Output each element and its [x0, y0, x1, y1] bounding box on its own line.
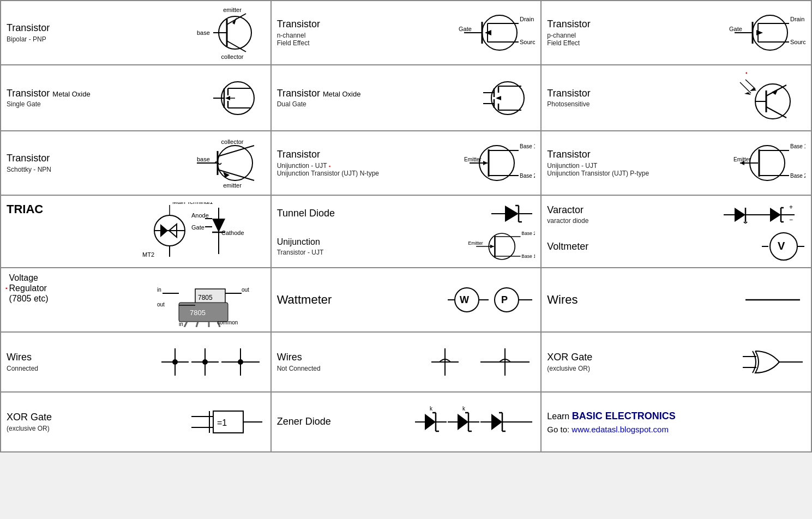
subtitle-schottky-npn: Schottky - NPN [7, 166, 51, 173]
title-bipolar-pnp: Transistor [7, 22, 50, 34]
svg-text:collector: collector [221, 138, 243, 145]
cell-wires: Wires [542, 268, 812, 333]
svg-text:Emitter: Emitter [468, 240, 483, 246]
cell-voltage-regulator: ▪ VoltageRegulator(7805 etc) 7805 7805 [1, 268, 272, 333]
cell-text-triac: TRIAC [7, 202, 43, 216]
subtitle-varactor: varactor diode [547, 217, 588, 225]
symbol-schottky-npn: collector base emitter [194, 136, 265, 190]
learn-text: Learn BASIC ELECTRONICS Go to: www.edata… [547, 411, 675, 434]
cell-text-wires-connected: Wires Connected [7, 352, 38, 372]
svg-text:collector: collector [221, 53, 243, 60]
cell-wires-connected: Wires Connected [1, 333, 272, 393]
svg-marker-122 [770, 208, 781, 222]
svg-text:in: in [179, 321, 183, 327]
title-wattmeter: Wattmeter [277, 293, 332, 307]
symbol-zener-diode: k k [415, 403, 535, 441]
svg-text:+: + [789, 203, 793, 211]
learn-link[interactable]: www.edatasl.blogspot.com [569, 425, 669, 434]
title-wires-connected: Wires [7, 352, 38, 364]
title-schottky-npn: Transistor [7, 153, 51, 165]
svg-text:in: in [157, 287, 161, 293]
symbol-wires-connected [156, 343, 265, 381]
cell-pchannel-fet: Transistor p-channelField Effect Drain S… [542, 1, 812, 65]
svg-text:Emitter: Emitter [733, 156, 751, 162]
title-ujt-bottom: Unijunction [277, 237, 332, 247]
svg-text:Base 2: Base 2 [790, 173, 805, 179]
svg-text:out: out [242, 287, 249, 293]
cell-text-zener-diode: Zener Diode [277, 416, 331, 428]
symbol-voltage-regulator: 7805 7805 in out out common in [157, 273, 266, 327]
symbol-xor-gate-1 [740, 343, 805, 381]
subtitle-ujt-ntype: Unijunction - UJT ▪Unijunction Transisto… [277, 162, 379, 177]
svg-text:7805: 7805 [190, 309, 206, 317]
svg-text:Drain: Drain [790, 16, 804, 22]
cell-text-wires: Wires [547, 293, 578, 307]
subtitle-mos-dual: Dual Gate [277, 100, 361, 108]
svg-text:Gate: Gate [729, 26, 742, 32]
svg-text:base: base [197, 156, 210, 162]
cell-text-wires-not-connected: Wires Not Connected [277, 352, 321, 372]
cell-text-pchannel-fet: Transistor p-channelField Effect [547, 19, 590, 47]
subtitle-wires-not-connected: Not Connected [277, 365, 321, 372]
cell-text-mos-dual: Transistor Metal Oxide Dual Gate [277, 88, 361, 108]
svg-text:Gate: Gate [459, 26, 472, 32]
title-ujt-ntype: Transistor [277, 149, 379, 161]
svg-text:k: k [462, 406, 466, 412]
subtitle-wires-connected: Connected [7, 365, 38, 372]
learn-bold: BASIC ELECTRONICS [572, 411, 676, 421]
title-mos-dual: Transistor Metal Oxide [277, 88, 361, 100]
svg-text:emitter: emitter [223, 7, 242, 13]
symbol-ujt-ptype: Emitter Base 1 Base 2 [724, 138, 805, 188]
svg-text:W: W [460, 294, 469, 305]
svg-marker-53 [772, 89, 778, 95]
title-voltage-regulator: VoltageRegulator(7805 etc) [9, 273, 49, 304]
subtitle-photosensitive: Photosensitive [547, 100, 590, 108]
cell-mos-dual: Transistor Metal Oxide Dual Gate [272, 65, 542, 131]
subtitle-pchannel-fet: p-channelField Effect [547, 32, 590, 47]
symbol-wires [740, 292, 805, 308]
svg-line-56 [745, 80, 755, 89]
symbol-photosensitive: ▪ [735, 70, 805, 126]
symbol-pchannel-fet: Drain Source Gate [729, 8, 805, 57]
learn-line1: Learn BASIC ELECTRONICS [547, 411, 675, 422]
cell-learn: Learn BASIC ELECTRONICS Go to: www.edata… [542, 393, 812, 452]
svg-text:P: P [501, 294, 508, 305]
cell-nchannel-fet: Transistor n-channelField Effect Drain S… [272, 1, 542, 65]
svg-marker-57 [750, 88, 756, 91]
cell-text-ujt-ptype: Transistor Unijunction - UJTUnijunction … [547, 149, 649, 177]
cell-schottky-npn: Transistor Schottky - NPN collector base… [1, 131, 272, 196]
cell-photosensitive: Transistor Photosensitive ▪ [542, 65, 812, 131]
cell-ujt-ntype: Transistor Unijunction - UJT ▪Unijunctio… [272, 131, 542, 196]
symbol-ujt-ntype: Emitter Base 1 Base 2 [453, 138, 535, 188]
svg-marker-103 [505, 206, 519, 222]
cell-tunnel-diode: Tunnel Diode Unijunction Transistor - UJ… [272, 196, 542, 268]
svg-marker-196 [491, 414, 502, 430]
svg-text:k: k [430, 406, 433, 412]
svg-text:Main Terminal1: Main Terminal1 [172, 202, 213, 205]
title-voltmeter: Voltmeter [547, 241, 588, 253]
svg-marker-25 [756, 30, 763, 35]
cell-text-xor-gate-1: XOR Gate (exclusive OR) [547, 352, 592, 372]
svg-marker-111 [490, 245, 494, 249]
symbol-triac: MT2 Main Terminal1 [140, 202, 265, 260]
svg-text:common: common [217, 319, 238, 325]
cell-xor-gate-box: XOR Gate (exclusive OR) =1 [1, 393, 272, 452]
svg-text:out: out [157, 301, 165, 307]
subtitle-mos-single: Single Gate [7, 100, 91, 108]
cell-zener-diode: Zener Diode k k [272, 393, 542, 452]
svg-text:Base 1: Base 1 [790, 143, 805, 149]
symbol-mos-dual [480, 76, 535, 120]
title-triac: TRIAC [7, 202, 43, 216]
title-pchannel-fet: Transistor [547, 19, 590, 31]
svg-point-162 [202, 359, 208, 365]
title-tunnel-diode: Tunnel Diode [277, 208, 335, 220]
svg-marker-182 [425, 414, 436, 430]
svg-marker-48 [496, 96, 501, 100]
symbol-mos-single [210, 76, 265, 120]
cell-wattmeter: Wattmeter W P [272, 268, 542, 333]
svg-line-137 [184, 322, 187, 327]
title-wires-not-connected: Wires [277, 352, 321, 364]
symbol-wires-not-connected [426, 343, 535, 381]
cell-wires-not-connected: Wires Not Connected [272, 333, 542, 393]
subtitle-xor-gate-box: (exclusive OR) [7, 425, 52, 432]
